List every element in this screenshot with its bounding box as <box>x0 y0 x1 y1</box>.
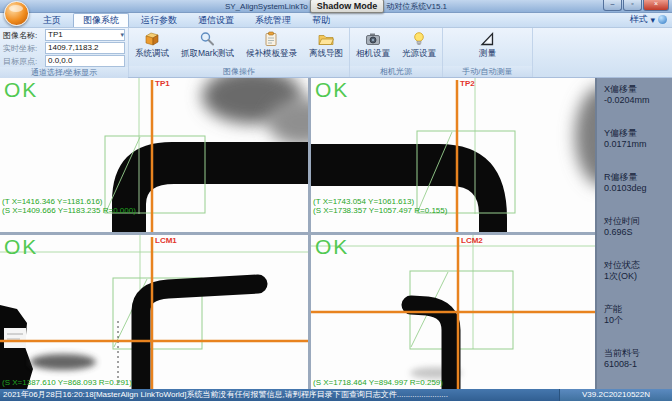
realtime-coord-row: 实时坐标: 1409.7,1183.2 <box>3 42 125 54</box>
status-badge: OK <box>4 235 38 259</box>
camera-view-lcm2[interactable]: OK LCM2 (S X=1718.464 Y=894.997 R=0.259) <box>311 235 595 389</box>
channel-label: TP2 <box>460 79 475 88</box>
stat-y-offset: Y偏移量0.0171mm <box>604 128 672 150</box>
panel-edge-silhouette <box>311 144 507 232</box>
tab-image-system[interactable]: 图像系统 <box>73 13 129 27</box>
setsquare-icon <box>479 31 495 47</box>
system-debug-button[interactable]: 系统调试 <box>129 28 175 60</box>
backup-template-login-button[interactable]: 候补模板登录 <box>240 28 303 60</box>
status-bar: 2021年06月28日16:20:18[MasterAlign LinkToWo… <box>0 389 672 401</box>
image-name-row: 图像名称: TP1▾ <box>3 29 125 41</box>
stat-yield: 产能10个 <box>604 304 672 326</box>
style-menu-label: 样式 <box>629 13 647 26</box>
tab-system-manage[interactable]: 系统管理 <box>246 14 300 27</box>
folder-icon <box>318 31 334 47</box>
light-settings-button[interactable]: 光源设置 <box>396 28 442 60</box>
camera-icon <box>365 31 381 47</box>
status-badge: OK <box>315 78 349 102</box>
status-badge: OK <box>315 235 349 259</box>
offline-map-button[interactable]: 离线导图 <box>303 28 349 60</box>
coord-readout: (S X=1718.464 Y=894.997 R=0.259) <box>313 378 443 387</box>
group-label-channel: 通道选择/坐标显示 <box>0 67 128 78</box>
realtime-coord-field: 1409.7,1183.2 <box>45 42 125 54</box>
group-image-ops: 系统调试 抓取Mark测试 候补模板登录 离线导图 图像操作 <box>129 28 350 77</box>
camera-image-lcm1 <box>0 235 308 389</box>
image-name-label: 图像名称: <box>3 30 45 41</box>
style-menu[interactable]: 样式 ▾ <box>629 13 667 26</box>
stat-r-offset: R偏移量0.0103deg <box>604 172 672 194</box>
gray-smudge <box>30 354 96 370</box>
ribbon: 图像名称: TP1▾ 实时坐标: 1409.7,1183.2 目标原点: 0.0… <box>0 28 672 78</box>
group-label-camera-light: 相机光源 <box>350 66 442 77</box>
app-window: SY_AlignSystemLinkTo Shadow Mode 动对位系统V1… <box>0 0 672 401</box>
camera-image-lcm2 <box>311 235 595 389</box>
window-controls: – ▫ × <box>603 0 669 11</box>
cube-icon <box>144 31 160 47</box>
target-origin-label: 目标原点: <box>3 56 45 67</box>
app-orb-icon[interactable] <box>4 1 29 26</box>
channel-label: TP1 <box>155 79 170 88</box>
grab-mark-test-button[interactable]: 抓取Mark测试 <box>175 28 240 60</box>
camera-view-tp1[interactable]: OK TP1 (T X=1416.346 Y=1181.616)(S X=140… <box>0 78 308 232</box>
stat-part-number: 当前料号61008-1 <box>604 348 672 370</box>
tab-run-params[interactable]: 运行参数 <box>132 14 186 27</box>
bulb-icon <box>411 31 427 47</box>
tab-communication[interactable]: 通信设置 <box>189 14 243 27</box>
measure-button[interactable]: 测量 <box>473 28 502 60</box>
style-globe-icon <box>658 15 667 24</box>
minimize-button[interactable]: – <box>603 0 622 11</box>
target-origin-field: 0.0,0.0 <box>45 55 125 67</box>
ribbon-tab-row: 主页 图像系统 运行参数 通信设置 系统管理 帮助 样式 ▾ <box>0 13 672 28</box>
group-label-measure: 手动/自动测量 <box>443 66 532 77</box>
camera-settings-button[interactable]: 相机设置 <box>350 28 396 60</box>
group-channel-coords: 图像名称: TP1▾ 实时坐标: 1409.7,1183.2 目标原点: 0.0… <box>0 28 129 77</box>
tab-home[interactable]: 主页 <box>34 14 70 27</box>
stat-align-time: 对位时间0.696S <box>604 216 672 238</box>
dropdown-arrow-icon: ▾ <box>120 31 124 39</box>
channel-label: LCM1 <box>155 236 177 245</box>
camera-view-lcm1[interactable]: OK LCM1 (S X=1387.610 Y=868.093 R=0.291) <box>0 235 308 389</box>
target-origin-row: 目标原点: 0.0,0.0 <box>3 55 125 67</box>
version-label: V39.2C20210522N <box>559 389 672 401</box>
main-area: OK TP1 (T X=1416.346 Y=1181.616)(S X=140… <box>0 78 672 389</box>
group-measure: 测量 手动/自动测量 <box>443 28 533 77</box>
gray-blob <box>575 86 595 186</box>
group-camera-light: 相机设置 光源设置 相机光源 <box>350 28 443 77</box>
coord-readout: (T X=1743.054 Y=1061.613)(S X=1738.357 Y… <box>313 197 447 215</box>
group-label-image-ops: 图像操作 <box>129 66 349 77</box>
maximize-button[interactable]: ▫ <box>623 0 642 11</box>
realtime-coord-label: 实时坐标: <box>3 43 45 54</box>
shadow-mode-badge: Shadow Mode <box>310 0 385 13</box>
chevron-down-icon: ▾ <box>650 15 655 25</box>
channel-label: LCM2 <box>461 236 483 245</box>
status-badge: OK <box>4 78 38 102</box>
window-title-left: SY_AlignSystemLinkTo <box>225 2 308 11</box>
camera-view-tp2[interactable]: OK TP2 (T X=1743.054 Y=1061.613)(S X=173… <box>311 78 595 232</box>
ribbon-filler <box>533 28 672 77</box>
magnifier-icon <box>199 31 215 47</box>
window-title-right: 动对位系统V15.1 <box>386 1 447 12</box>
stats-panel: X偏移量-0.0204mm Y偏移量0.0171mm R偏移量0.0103deg… <box>595 78 672 389</box>
camera-grid: OK TP1 (T X=1416.346 Y=1181.616)(S X=140… <box>0 78 595 389</box>
coord-readout: (T X=1416.346 Y=1181.616)(S X=1409.666 Y… <box>2 197 136 215</box>
stat-x-offset: X偏移量-0.0204mm <box>604 84 672 106</box>
white-label-patch <box>4 328 26 348</box>
stat-align-status: 对位状态1次(OK) <box>604 260 672 282</box>
close-button[interactable]: × <box>643 0 669 11</box>
image-name-select[interactable]: TP1▾ <box>45 29 125 41</box>
panel-edge-silhouette <box>141 284 258 389</box>
status-message: 2021年06月28日16:20:18[MasterAlign LinkToWo… <box>0 389 559 401</box>
clipboard-icon <box>263 31 279 47</box>
titlebar: SY_AlignSystemLinkTo Shadow Mode 动对位系统V1… <box>0 0 672 13</box>
panel-edge-silhouette <box>112 142 308 232</box>
coord-readout: (S X=1387.610 Y=868.093 R=0.291) <box>2 378 132 387</box>
tab-help[interactable]: 帮助 <box>303 14 339 27</box>
